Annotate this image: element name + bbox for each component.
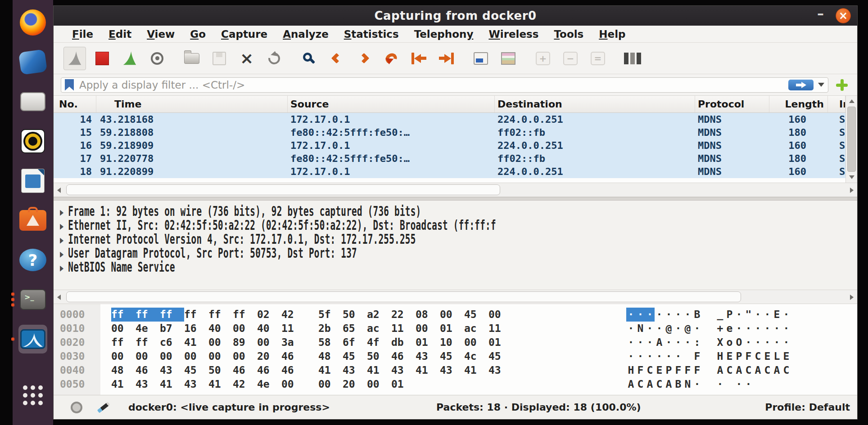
column-header-source[interactable]: Source <box>288 96 495 112</box>
go-back-button[interactable] <box>325 47 348 70</box>
expert-info-icon[interactable] <box>71 402 82 413</box>
pencil-icon[interactable] <box>97 402 110 413</box>
menu-item-statistics[interactable]: Statistics <box>336 28 407 40</box>
dock-item-terminal[interactable]: >_ <box>18 285 47 314</box>
auto-scroll-button[interactable] <box>470 47 492 70</box>
minimize-button[interactable]: – <box>817 9 824 22</box>
column-header-protocol[interactable]: Protocol <box>695 96 769 112</box>
ascii-char: " <box>744 308 753 322</box>
hex-byte: ff <box>136 336 148 349</box>
packet-row[interactable]: 1791.220778fe80::42:5fff:fe50:…ff02::fbM… <box>54 152 845 165</box>
menu-item-tools[interactable]: Tools <box>546 28 591 40</box>
start-capture-button[interactable] <box>63 47 86 70</box>
go-to-packet-button[interactable] <box>380 47 402 70</box>
hscroll-thumb[interactable] <box>66 291 741 302</box>
zoom-original-button[interactable]: = <box>587 47 609 70</box>
reload-button[interactable] <box>263 47 285 70</box>
apply-filter-button[interactable] <box>788 80 814 90</box>
hex-byte: 4f <box>367 336 380 349</box>
hex-row[interactable]: 00504143414341424e0000200001ACACABN·· ·· <box>54 377 857 391</box>
zoom-in-button[interactable]: + <box>532 47 554 70</box>
packet-row[interactable]: 1659.218909172.17.0.1224.0.0.251MDNS160S <box>54 139 845 152</box>
find-packet-button[interactable] <box>298 47 320 70</box>
hscroll-thumb[interactable] <box>66 184 500 195</box>
expand-arrow-icon[interactable]: ▸ <box>60 233 63 246</box>
bookmark-icon[interactable] <box>65 79 74 91</box>
menu-item-go[interactable]: Go <box>182 28 213 40</box>
dock-item-wireshark[interactable] <box>18 325 47 353</box>
restart-capture-button[interactable] <box>118 47 141 70</box>
hex-byte: 2b <box>318 322 331 336</box>
expand-arrow-icon[interactable]: ▸ <box>60 261 63 274</box>
scroll-right-icon[interactable] <box>850 295 854 300</box>
dock-item-rhythmbox[interactable] <box>18 127 47 156</box>
packet-row[interactable]: 1443.218168172.17.0.1224.0.0.251MDNS160S <box>54 113 845 126</box>
title-bar[interactable]: Capturing from docker0 – × <box>54 6 857 26</box>
menu-item-wireless[interactable]: Wireless <box>481 28 546 40</box>
expand-arrow-icon[interactable]: ▸ <box>60 205 63 218</box>
dock-item-libreoffice-writer[interactable] <box>18 166 47 195</box>
hex-row[interactable]: 0020ffffc6410089003a586f4fdb01100001···A… <box>54 336 857 349</box>
menu-item-help[interactable]: Help <box>591 28 633 40</box>
packet-list-hscrollbar[interactable] <box>54 183 857 197</box>
column-header-no[interactable]: No. <box>54 96 96 112</box>
scroll-up-icon[interactable] <box>849 99 854 103</box>
display-filter-input[interactable]: Apply a display filter ... <Ctrl-/> <box>61 77 828 93</box>
scroll-left-icon[interactable] <box>57 295 61 300</box>
menu-item-capture[interactable]: Capture <box>213 28 275 40</box>
detail-line[interactable]: ▸NetBIOS Name Service <box>60 260 856 274</box>
column-header-destination[interactable]: Destination <box>495 96 695 112</box>
menu-item-edit[interactable]: Edit <box>101 28 139 40</box>
packet-list-vscrollbar[interactable] <box>845 96 857 183</box>
column-header-length[interactable]: Length <box>769 96 828 112</box>
hex-row[interactable]: 0000ffffffffffff02425f50a22208004500····… <box>54 308 857 322</box>
dock-item-help[interactable]: ? <box>18 246 47 274</box>
vscroll-thumb[interactable] <box>847 107 856 172</box>
stop-capture-button[interactable] <box>91 47 113 70</box>
expand-arrow-icon[interactable]: ▸ <box>60 219 63 232</box>
capture-options-button[interactable] <box>146 47 168 70</box>
detail-line[interactable]: ▸Frame 1: 92 bytes on wire (736 bits), 9… <box>60 204 856 218</box>
profile-button[interactable]: Profile: Default <box>765 402 850 413</box>
close-button[interactable]: × <box>836 8 851 23</box>
dock-item-ubuntu-software[interactable] <box>18 206 47 235</box>
detail-line[interactable]: ▸Ethernet II, Src: 02:42:5f:50:a2:22 (02… <box>60 218 856 232</box>
hex-row[interactable]: 004048464345504646464143414341434143HFCE… <box>54 363 857 377</box>
scroll-down-icon[interactable] <box>849 175 854 179</box>
column-header-in[interactable]: In <box>828 96 845 112</box>
menu-item-analyze[interactable]: Analyze <box>275 28 336 40</box>
hex-row[interactable]: 003000000000000020464845504643454c45····… <box>54 349 857 363</box>
close-file-button[interactable]: × <box>235 47 258 70</box>
details-hscrollbar[interactable] <box>54 290 857 304</box>
dock-item-app-grid[interactable] <box>18 381 47 410</box>
detail-line[interactable]: ▸Internet Protocol Version 4, Src: 172.1… <box>60 232 856 246</box>
filter-dropdown-caret-icon[interactable] <box>818 83 824 87</box>
dock-item-thunderbird[interactable] <box>18 48 47 76</box>
colorize-button[interactable] <box>497 47 520 70</box>
resize-columns-button[interactable] <box>621 47 644 70</box>
open-file-button[interactable] <box>181 47 203 70</box>
column-header-time[interactable]: Time <box>96 96 288 112</box>
menu-item-file[interactable]: File <box>64 28 101 40</box>
scroll-right-icon[interactable] <box>850 188 854 193</box>
go-forward-button[interactable] <box>353 47 375 70</box>
packet-row[interactable]: 1559.218808fe80::42:5fff:fe50:…ff02::fbM… <box>54 126 845 139</box>
menu-item-view[interactable]: View <box>139 28 182 40</box>
add-filter-button[interactable] <box>833 77 851 93</box>
save-file-button[interactable] <box>208 47 231 70</box>
detail-line[interactable]: ▸User Datagram Protocol, Src Port: 50753… <box>60 246 856 260</box>
zoom-out-button[interactable]: − <box>559 47 582 70</box>
menu-item-telephony[interactable]: Telephony <box>407 28 481 40</box>
pane-divider[interactable] <box>54 197 857 201</box>
go-last-packet-button[interactable] <box>435 47 457 70</box>
ascii-char: · <box>645 308 655 322</box>
scroll-left-icon[interactable] <box>57 188 61 193</box>
dock-item-firefox[interactable] <box>18 8 47 37</box>
dock-item-files[interactable] <box>18 87 47 116</box>
main-toolbar: × + − = <box>54 43 857 74</box>
packet-row[interactable]: 1891.220899172.17.0.1224.0.0.251MDNS160S <box>54 165 845 178</box>
hex-byte: ff <box>160 308 184 322</box>
hex-row[interactable]: 0010004eb716400040112b65ac110001ac11·N··… <box>54 322 857 336</box>
go-first-packet-button[interactable] <box>407 47 430 70</box>
expand-arrow-icon[interactable]: ▸ <box>60 247 63 260</box>
